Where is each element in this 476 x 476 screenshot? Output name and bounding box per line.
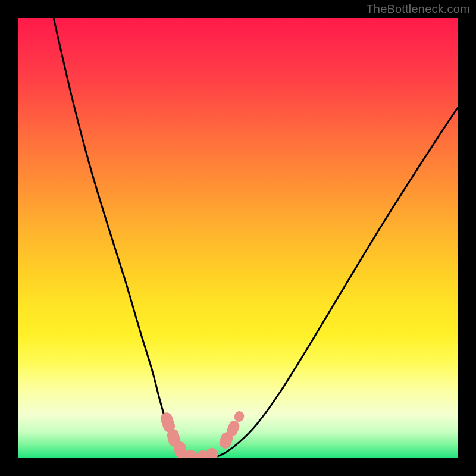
chart-stage: TheBottleneck.com [0,0,476,476]
bottleneck-curve-path [54,18,458,458]
bottleneck-curve [54,18,458,458]
plot-area [18,18,458,458]
bottom-cluster [159,410,246,458]
curve-layer [18,18,458,458]
marker [205,447,219,458]
watermark-text: TheBottleneck.com [366,2,470,16]
